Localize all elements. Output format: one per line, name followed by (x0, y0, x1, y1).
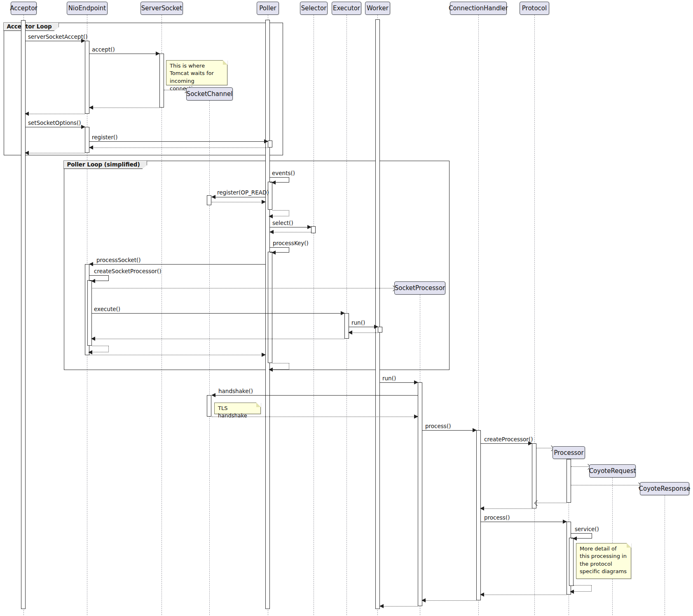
activation-protocol (532, 443, 536, 508)
activation-serversocket (159, 54, 164, 108)
message-register-opread-label: register(OP_READ) (217, 189, 269, 196)
arrowhead (348, 330, 352, 335)
self-return-processor-service (574, 585, 592, 592)
arrowhead (269, 214, 273, 218)
message-createprocessor (480, 443, 532, 444)
return-serversocket-nioendpoint (89, 108, 159, 108)
lifeline-coyoteresponse (665, 495, 665, 615)
arrowhead (91, 279, 95, 283)
return-processor-connectionhandler (480, 595, 567, 595)
participant-coyoterequest: CoyoteRequest (589, 464, 636, 478)
note-tomcat-waits: This is where Tomcat waits for incoming … (166, 60, 227, 85)
activation-socketprocessor (418, 382, 422, 606)
message-accept-label: accept() (92, 46, 115, 53)
message-events-label: events() (272, 170, 295, 176)
return-poller-nioendpoint (89, 148, 268, 148)
self-return-nioendpoint (92, 346, 109, 352)
participant-protocol: Protocol (520, 2, 549, 15)
activation-worker-main (375, 19, 380, 609)
arrowhead (421, 598, 426, 602)
arrowhead (25, 151, 29, 155)
participant-coyoteresponse: CoyoteResponse (640, 482, 689, 495)
message-run-socketprocessor-label: run() (382, 375, 396, 382)
lifeline-protocol (534, 15, 535, 615)
activation-socketchannel-handshake (207, 395, 211, 417)
self-return-poller-events (272, 210, 289, 216)
create-coyoterequest (571, 466, 589, 467)
activation-connectionhandler (476, 430, 481, 600)
message-accept (89, 54, 159, 54)
message-process-processor-label: process() (484, 514, 510, 521)
message-register-opread (212, 197, 265, 197)
activation-socketchannel-register (207, 195, 211, 205)
message-setsocketoptions (25, 127, 85, 127)
arrowhead (156, 52, 160, 56)
message-service-self (571, 533, 592, 539)
create-socketprocessor (91, 288, 394, 288)
arrowhead (89, 145, 93, 150)
participant-selector: Selector (300, 2, 328, 15)
message-register-label: register() (92, 134, 118, 141)
activation-worker-run (378, 327, 382, 333)
activation-nioendpoint-accept (85, 41, 89, 114)
message-processsocket-label: processSocket() (96, 257, 141, 263)
note-tls-handshake-text: TLS handshake (218, 405, 247, 419)
participant-acceptor: Acceptor (11, 2, 37, 15)
participant-worker: Worker (365, 2, 390, 15)
create-coyoteresponse (571, 485, 640, 485)
arrowhead (563, 520, 567, 524)
frame-poller-loop-label: Poller Loop (simplified) (63, 160, 147, 169)
message-execute-label: execute() (94, 306, 120, 312)
activation-processor-service (569, 538, 574, 586)
arrowhead (573, 536, 577, 541)
message-handshake (212, 395, 418, 396)
return-nioendpoint-acceptor-1 (25, 114, 85, 114)
return-nioendpoint-poller (89, 355, 265, 355)
arrowhead (570, 590, 574, 594)
message-run-worker-label: run() (351, 319, 365, 326)
message-select (270, 227, 311, 227)
arrowhead (480, 506, 484, 511)
return-socketprocessor-worker (380, 606, 418, 607)
return-worker-executor (349, 333, 378, 333)
self-return-poller-processkey (272, 363, 289, 370)
activation-processor-create (567, 459, 571, 503)
arrowhead (91, 337, 95, 341)
return-processor-protocol (536, 503, 567, 503)
activation-executor (344, 313, 349, 339)
message-processkey-self (270, 247, 289, 253)
note-tls-handshake: TLS handshake (214, 403, 261, 414)
arrowhead (269, 230, 274, 234)
arrowhead (307, 225, 311, 229)
participant-executor: Executor (332, 2, 361, 15)
arrowhead (89, 105, 93, 110)
arrowhead (379, 604, 384, 608)
message-process-ch (422, 430, 476, 431)
return-executor-nioendpoint (91, 339, 344, 339)
arrowhead (81, 125, 85, 129)
message-events-self (270, 177, 289, 183)
return-socketchannel-poller (212, 202, 265, 202)
return-nioendpoint-acceptor-2 (25, 153, 85, 153)
activation-selector (311, 226, 316, 233)
activation-poller-processkey (268, 252, 272, 363)
message-serversocketaccept (25, 41, 85, 41)
participant-connectionhandler: ConnectionHandler (450, 2, 507, 15)
note-more-detail: More detail of this processing in the pr… (576, 543, 631, 579)
arrowhead (414, 415, 418, 419)
arrowhead (262, 353, 266, 357)
create-processor (536, 448, 553, 448)
frame-acceptor-loop-label: Acceptor Loop (3, 22, 59, 31)
return-protocol-connectionhandler (480, 508, 532, 509)
message-select-label: select() (272, 220, 293, 226)
participant-poller: Poller (257, 2, 279, 15)
message-createsocketprocessor-label: createSocketProcessor() (94, 268, 162, 274)
arrowhead (88, 350, 92, 354)
message-createsocketprocessor-self (89, 275, 109, 281)
arrowhead (473, 428, 477, 432)
message-processsocket (89, 264, 265, 265)
return-selector-poller (270, 232, 311, 232)
arrowhead (374, 325, 378, 329)
arrowhead (264, 139, 268, 143)
message-setsocketoptions-label: setSocketOptions() (28, 119, 81, 126)
